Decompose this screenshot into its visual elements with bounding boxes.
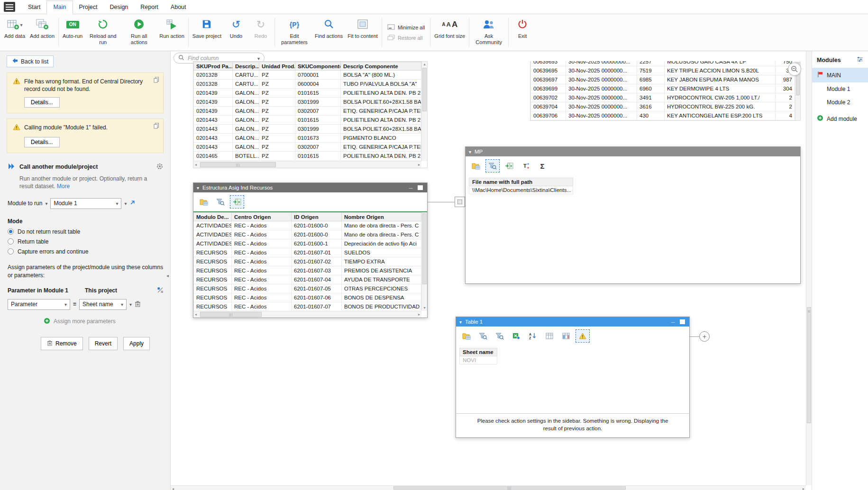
table-cell[interactable]: KEY ANTICONGELANTE ESP.200 LTS: [665, 111, 776, 120]
table-columns-tool-icon[interactable]: [559, 329, 573, 343]
table-cell[interactable]: BOLSA POLIET.60+28X1.58 BA...: [341, 98, 421, 107]
table-row[interactable]: 0063969930-Nov-2025 0000000...6960KEY DE…: [531, 84, 795, 93]
table-row[interactable]: 0201443GALON...PZ0101673PIGMENTO BLANCO: [194, 134, 421, 143]
restore-all-button[interactable]: Restore all: [387, 35, 425, 41]
table-cell[interactable]: CARTU...: [233, 80, 259, 89]
more-link[interactable]: More: [57, 183, 70, 190]
back-to-list-button[interactable]: Back to list: [7, 55, 54, 67]
table-cell[interactable]: 7519: [637, 66, 665, 75]
table-row[interactable]: 0063970230-Nov-2025 0000000...3491HYDROC…: [531, 93, 795, 102]
table-cell[interactable]: 6201-01607-05: [292, 284, 342, 293]
column-header[interactable]: ID Origen: [292, 213, 342, 221]
table-cell[interactable]: 0302007: [295, 143, 341, 152]
menu-tab-project[interactable]: Project: [73, 1, 104, 14]
copy-icon[interactable]: [154, 77, 159, 84]
table-cell[interactable]: RECURSOS: [194, 293, 232, 302]
table-row[interactable]: 0063970430-Nov-2025 0000000...3616HYDROC…: [531, 102, 795, 111]
table-row[interactable]: 0201439GALON...PZ0101615POLIETILENO ALTA…: [194, 89, 421, 98]
table-row[interactable]: 0201439GALON...PZ0302007ETIQ. GENERICA P…: [194, 107, 421, 116]
module-dropdown-caret[interactable]: [124, 200, 127, 207]
table-cell[interactable]: 6201-01607-02: [292, 257, 342, 266]
module-item-module2[interactable]: Module 2: [812, 96, 868, 109]
table-cell[interactable]: 3616: [637, 102, 665, 111]
table-cell[interactable]: REC - Acidos: [232, 284, 292, 293]
table-cell[interactable]: GALON...: [233, 134, 259, 143]
radio-return-table[interactable]: Return table: [8, 238, 164, 245]
exit-button[interactable]: Exit: [510, 16, 535, 49]
table-cell[interactable]: TUBO P/VALVULA BOLSA "A": [341, 80, 421, 89]
horizontal-scrollbar[interactable]: [193, 311, 421, 318]
table-cell[interactable]: 0201328: [194, 71, 233, 80]
table-cell[interactable]: REC - Acidos: [232, 266, 292, 275]
horizontal-scrollbar[interactable]: [193, 161, 421, 168]
excel-remove-tool-icon[interactable]: [509, 329, 523, 343]
table1-title-bar[interactable]: Table 1: [456, 317, 689, 327]
sidebar-collapse-icon[interactable]: ◂: [166, 273, 169, 278]
minimize-window-icon[interactable]: [669, 319, 676, 325]
table-cell[interactable]: GALON...: [233, 89, 259, 98]
table-cell[interactable]: 30-Nov-2025 0000000...: [566, 102, 637, 111]
table-cell[interactable]: 0201439: [194, 89, 233, 98]
table-row[interactable]: RECURSOSREC - Acidos6201-01607-02TIEMPO …: [194, 257, 421, 266]
table-row[interactable]: ACTIVIDADESREC - Acidos6201-01600-0Mano …: [194, 230, 421, 239]
table-cell[interactable]: 6201-01600-0: [292, 230, 342, 239]
table-cell[interactable]: 0201439: [194, 98, 233, 107]
canvas-vertical-scrollbar[interactable]: [806, 51, 812, 485]
table-cell[interactable]: PIGMENTO BLANCO: [341, 134, 421, 143]
table-row[interactable]: RECURSOSREC - Acidos6201-01607-03PREMIOS…: [194, 266, 421, 275]
column-header[interactable]: Centro Origen: [232, 213, 292, 221]
table-cell[interactable]: 00639693: [531, 61, 566, 66]
minimize-all-button[interactable]: Minimize all: [387, 24, 425, 31]
table-cell[interactable]: 3491: [637, 93, 665, 102]
table-cell[interactable]: REC - Acidos: [232, 257, 292, 266]
sheet-name-cell[interactable]: NOVI: [459, 356, 497, 364]
table-cell[interactable]: 0101615: [295, 116, 341, 125]
revert-button[interactable]: Revert: [89, 337, 118, 350]
table-row[interactable]: 0063969330-Nov-2025 00000000...2257MOLUS…: [531, 61, 795, 66]
table-cell[interactable]: Mano de obra directa - Pers. C: [342, 221, 421, 230]
table-cell[interactable]: 2: [776, 102, 795, 111]
table-cell[interactable]: PZ: [259, 80, 295, 89]
app-menu-icon[interactable]: [4, 2, 15, 12]
maximize-window-icon[interactable]: [679, 319, 686, 325]
table-cell[interactable]: 6201-01600-0: [292, 221, 342, 230]
table-cell[interactable]: PZ: [259, 152, 295, 161]
table-row[interactable]: 0201439GALON...PZ0301999BOLSA POLIET.60+…: [194, 98, 421, 107]
table-cell[interactable]: 6201-01607-01: [292, 248, 342, 257]
redo-button[interactable]: ↻ Redo: [248, 16, 273, 49]
table-cell[interactable]: 00639702: [531, 93, 566, 102]
apply-button[interactable]: Apply: [123, 337, 150, 350]
table-row[interactable]: 0063969730-Nov-2025 0000000...6985KEY JA…: [531, 75, 795, 84]
table-cell[interactable]: KEY TRIPLE ACCION LIMON S.B20L: [665, 66, 776, 75]
radio-icon[interactable]: [8, 248, 14, 254]
chevron-down-icon[interactable]: [20, 22, 23, 28]
table-row[interactable]: 0201328CARTU...PZ0700001BOLSA "A" (800 M…: [194, 71, 421, 80]
chevron-down-icon[interactable]: [459, 319, 462, 325]
table-cell[interactable]: 4: [776, 111, 795, 120]
column-header[interactable]: Descrip...: [233, 62, 259, 71]
chevron-down-icon[interactable]: [45, 200, 47, 207]
table-cell[interactable]: ETIQ. GENERICA P/CAJA P.TER...: [341, 107, 421, 116]
column-header[interactable]: Unidad Prod...: [259, 62, 295, 71]
copy-icon[interactable]: [154, 123, 159, 130]
sheet-name-select[interactable]: Sheet name: [79, 299, 127, 310]
table-cell[interactable]: POLIETILENO ALTA DEN. PB 270: [341, 152, 421, 161]
gear-icon[interactable]: [156, 163, 164, 172]
table-cell[interactable]: 0302007: [295, 107, 341, 116]
table-cell[interactable]: PZ: [259, 143, 295, 152]
radio-icon[interactable]: [8, 238, 14, 245]
table-cell[interactable]: ACTIVIDADES: [194, 239, 232, 248]
table-cell[interactable]: REC - Acidos: [232, 302, 292, 311]
table-cell[interactable]: 0600004: [295, 80, 341, 89]
table-cell[interactable]: 00639699: [531, 84, 566, 93]
table-cell[interactable]: 0101615: [295, 89, 341, 98]
table-cell[interactable]: GALON...: [233, 143, 259, 152]
table-cell[interactable]: PREMIOS DE ASISTENCIA: [342, 266, 421, 275]
table-cell[interactable]: Mano de obra directa - Pers. C: [342, 230, 421, 239]
table-cell[interactable]: 0301999: [295, 125, 341, 134]
table-cell[interactable]: ACTIVIDADES: [194, 221, 232, 230]
menu-tab-start[interactable]: Start: [22, 1, 46, 14]
table-cell[interactable]: PZ: [259, 116, 295, 125]
canvas-horizontal-scrollbar[interactable]: [171, 485, 806, 490]
table-cell[interactable]: PZ: [259, 134, 295, 143]
